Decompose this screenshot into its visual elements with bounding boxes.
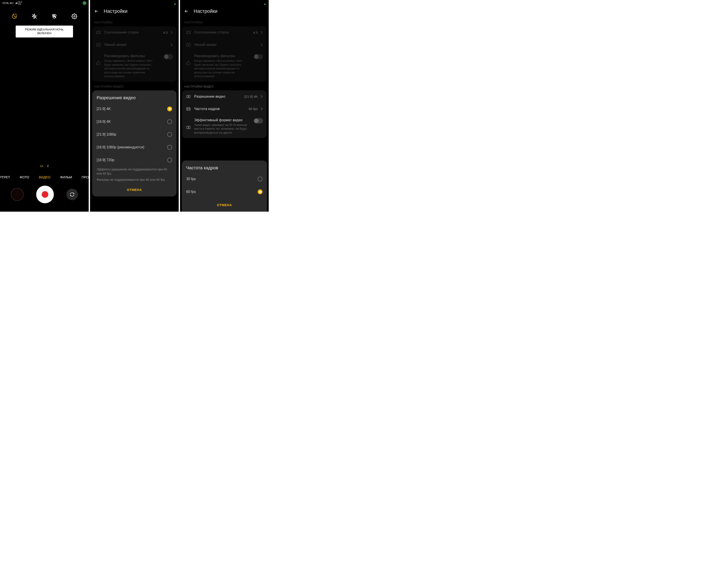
aspect-icon xyxy=(96,30,101,35)
film-icon xyxy=(186,106,191,112)
chevron-right-icon xyxy=(261,43,263,46)
fps-option-60[interactable]: 60 fps xyxy=(182,186,267,198)
res-option-21-9-1080p[interactable]: [21:9] 1080p xyxy=(92,128,177,141)
cancel-button[interactable]: ОТМЕНА xyxy=(182,198,267,212)
radio-icon xyxy=(167,158,172,162)
chevron-right-icon xyxy=(171,43,173,46)
camera-screen: YOTA 4G⁺ 10,2 K/s РЕЖИМ ИДЕАЛЬНАЯ НОЧЬ В… xyxy=(0,0,89,212)
mode-film[interactable]: ФИЛЬМ xyxy=(60,175,72,179)
fps-option-30[interactable]: 30 fps xyxy=(182,173,267,186)
back-button[interactable] xyxy=(184,8,189,14)
radio-selected-icon xyxy=(167,107,172,111)
res-option-16-9-4k[interactable]: [16:9] 4K xyxy=(92,115,177,128)
privacy-dot-icon xyxy=(264,4,266,5)
resolution-dialog: Разрешение видео [21:9] 4K [16:9] 4K [21… xyxy=(92,90,177,197)
dialog-note-2: Фильтры не поддерживаются при 4K или 60 … xyxy=(92,177,177,183)
recommend-filters-row: Рекомендовать фильтры Когда параметр «Фо… xyxy=(92,51,177,82)
settings-screen-framerate: Настройки НАСТРОЙКИ Соотношение сторон 4… xyxy=(180,0,269,212)
video-settings-card: Разрешение видео [21:9] 4K Частота кадро… xyxy=(182,90,267,138)
zoom-1x[interactable]: 1x xyxy=(40,164,43,167)
aspect-ratio-row[interactable]: Соотношение сторон 4:3 xyxy=(92,26,177,38)
mode-toast: РЕЖИМ ИДЕАЛЬНАЯ НОЧЬ ВКЛЮЧЕН xyxy=(16,25,73,37)
efficient-toggle[interactable] xyxy=(254,118,263,123)
settings-header: Настройки xyxy=(90,5,179,18)
cancel-button[interactable]: ОТМЕНА xyxy=(92,183,177,197)
video-resolution-row[interactable]: Разрешение видео [21:9] 4K xyxy=(182,90,267,103)
res-option-21-9-4k[interactable]: [21:9] 4K xyxy=(92,103,177,115)
dialog-note-1: Эффекты украшения не поддерживаются при … xyxy=(92,166,177,177)
flash-off-icon[interactable] xyxy=(31,13,38,20)
thumbs-up-icon xyxy=(96,60,101,66)
chevron-right-icon xyxy=(261,107,263,110)
network-label: 4G⁺ xyxy=(9,2,14,5)
record-dot-icon xyxy=(42,191,48,198)
shutter-button[interactable] xyxy=(36,186,54,203)
camera-active-badge xyxy=(83,1,86,5)
res-option-16-9-720p[interactable]: [16:9] 720p xyxy=(92,154,177,166)
chevron-right-icon xyxy=(261,31,263,34)
smart-capture-row[interactable]: Умный захват xyxy=(92,38,177,51)
section-label-general: НАСТРОЙКИ xyxy=(180,18,269,26)
svg-rect-10 xyxy=(187,31,190,34)
privacy-dot-icon xyxy=(174,4,176,5)
svg-point-9 xyxy=(98,44,99,46)
radio-icon xyxy=(258,177,263,182)
mode-photo[interactable]: ФОТО xyxy=(20,175,29,179)
shutter-row xyxy=(0,186,89,203)
filters-toggle[interactable] xyxy=(164,54,173,59)
settings-screen-resolution: Настройки НАСТРОЙКИ Соотношение сторон 4… xyxy=(90,0,179,212)
camera-icon xyxy=(186,42,191,47)
radio-icon xyxy=(167,132,172,137)
svg-marker-15 xyxy=(188,96,189,97)
video-icon xyxy=(186,94,191,99)
mode-portrait[interactable]: ОРТРЕТ xyxy=(0,175,10,179)
recommend-filters-row: Рекомендовать фильтры Когда параметр «Фо… xyxy=(182,51,267,82)
chevron-right-icon xyxy=(261,95,263,98)
svg-line-4 xyxy=(53,14,56,18)
svg-rect-6 xyxy=(97,31,100,34)
zoom-2x[interactable]: 2 xyxy=(47,164,49,167)
camera-top-toolbar xyxy=(0,6,89,24)
settings-header: Настройки xyxy=(180,5,269,18)
zoom-selector: 1x 2 xyxy=(40,164,49,167)
filter-disabled-icon[interactable] xyxy=(51,13,58,20)
efficient-format-icon xyxy=(186,125,191,130)
settings-icon[interactable] xyxy=(71,13,78,20)
general-settings-card: Соотношение сторон 4:3 Умный захват Реко… xyxy=(92,26,177,82)
framerate-dialog: Частота кадров 30 fps 60 fps ОТМЕНА xyxy=(182,160,267,212)
efficient-video-row: Эффективный формат видео Такие видео зан… xyxy=(182,115,267,138)
mode-pro[interactable]: ПРОФІ xyxy=(82,175,89,179)
res-option-16-9-1080p[interactable]: [16:9] 1080p (рекомендуется) xyxy=(92,141,177,154)
smart-capture-row[interactable]: Умный захват xyxy=(182,38,267,51)
night-mode-icon[interactable] xyxy=(11,13,18,20)
radio-icon xyxy=(167,145,172,150)
filters-toggle[interactable] xyxy=(254,54,263,59)
radio-selected-icon xyxy=(258,189,263,194)
svg-point-5 xyxy=(74,16,75,17)
svg-point-13 xyxy=(188,44,189,46)
aspect-ratio-row[interactable]: Соотношение сторон 4:3 xyxy=(182,26,267,38)
general-settings-card: Соотношение сторон 4:3 Умный захват Реко… xyxy=(182,26,267,82)
switch-camera-button[interactable] xyxy=(66,189,78,200)
speed-label: 10,2 K/s xyxy=(18,1,22,5)
signal-icon xyxy=(15,2,17,4)
carrier-label: YOTA xyxy=(2,2,9,4)
settings-title: Настройки xyxy=(194,8,217,14)
dialog-title: Частота кадров xyxy=(182,160,267,173)
thumbs-up-icon xyxy=(186,60,191,66)
gallery-thumbnail[interactable] xyxy=(11,188,24,201)
radio-icon xyxy=(167,119,172,124)
mode-selector: ОРТРЕТ ФОТО ВИДЕО ФИЛЬМ ПРОФІ xyxy=(0,175,89,179)
settings-title: Настройки xyxy=(104,8,127,14)
framerate-row[interactable]: Частота кадров 60 fps xyxy=(182,103,267,115)
chevron-right-icon xyxy=(171,31,173,34)
section-label-general: НАСТРОЙКИ xyxy=(90,18,179,26)
mode-video[interactable]: ВИДЕО xyxy=(39,175,51,179)
back-button[interactable] xyxy=(94,8,99,14)
section-label-video: НАСТРОЙКИ ВИДЕО xyxy=(90,82,179,90)
camera-icon xyxy=(96,42,101,47)
aspect-icon xyxy=(186,30,191,35)
dialog-title: Разрешение видео xyxy=(92,90,177,103)
status-bar: YOTA 4G⁺ 10,2 K/s xyxy=(0,0,89,6)
section-label-video: НАСТРОЙКИ ВИДЕО xyxy=(180,82,269,90)
